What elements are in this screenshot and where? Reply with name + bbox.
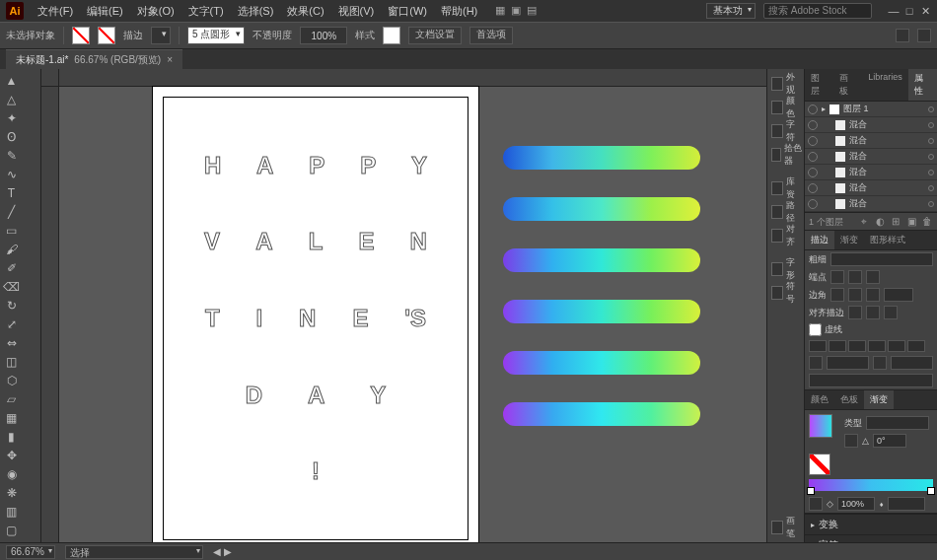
sublayer-row[interactable]: 混合 <box>805 133 937 149</box>
window-maximize[interactable]: □ <box>903 5 915 17</box>
gradient-tool[interactable]: ▮ <box>2 427 21 446</box>
visibility-icon[interactable] <box>808 120 818 130</box>
gradient-pill[interactable] <box>503 300 700 323</box>
gradient-slider[interactable] <box>809 479 933 491</box>
menu-window[interactable]: 窗口(W) <box>382 2 433 21</box>
arrange-icon[interactable]: ▣ <box>511 4 525 18</box>
gpu-icon[interactable]: ▤ <box>527 4 541 18</box>
corner-miter-icon[interactable] <box>830 288 844 302</box>
arrow-start-icon[interactable] <box>809 356 823 370</box>
character-panel-collapsed[interactable]: 字符 <box>805 534 937 542</box>
brush-definition-select[interactable]: 5 点圆形 <box>187 27 245 44</box>
sublayer-row[interactable]: 混合 <box>805 196 937 212</box>
menu-object[interactable]: 对象(O) <box>131 2 180 21</box>
tab-libraries[interactable]: Libraries <box>862 69 908 101</box>
eraser-tool[interactable]: ⌫ <box>2 277 21 296</box>
pen-tool[interactable]: ✎ <box>2 146 21 165</box>
align-outside-icon[interactable] <box>884 306 898 319</box>
window-minimize[interactable]: — <box>888 5 900 17</box>
arrow-start-select[interactable] <box>827 356 869 370</box>
status-nav-icon[interactable]: ◀ ▶ <box>213 546 232 557</box>
column-graph-tool[interactable]: ▥ <box>2 502 21 521</box>
paintbrush-tool[interactable]: 🖌 <box>2 240 21 258</box>
line-tool[interactable]: ╱ <box>2 202 21 221</box>
gradient-type-select[interactable] <box>866 416 929 430</box>
menu-help[interactable]: 帮助(H) <box>435 2 483 21</box>
tab-properties[interactable]: 属性 <box>908 69 937 101</box>
tab-artboards[interactable]: 画板 <box>833 69 862 101</box>
gradient-stop-none[interactable] <box>809 454 830 475</box>
mesh-tool[interactable]: ▦ <box>2 408 21 427</box>
arrow-end-select[interactable] <box>891 356 933 370</box>
transform-icon[interactable] <box>917 29 931 42</box>
tab-gradient[interactable]: 渐变 <box>834 231 864 249</box>
horizontal-ruler[interactable] <box>59 69 766 87</box>
new-layer-icon[interactable]: ▣ <box>905 216 917 228</box>
stop-location-field[interactable] <box>888 497 925 511</box>
gradient-pill[interactable] <box>503 248 700 272</box>
type-tool[interactable]: T <box>2 183 21 202</box>
dock-color-picker[interactable]: 拾色器 <box>769 144 802 166</box>
tab-layers[interactable]: 图层 <box>805 69 833 101</box>
menu-edit[interactable]: 编辑(E) <box>81 2 129 21</box>
visibility-icon[interactable] <box>808 199 818 209</box>
align-inside-icon[interactable] <box>866 306 880 319</box>
cap-round-icon[interactable] <box>848 270 862 284</box>
sublayer-row[interactable]: 混合 <box>805 117 937 133</box>
cap-butt-icon[interactable] <box>830 270 844 284</box>
shaper-tool[interactable]: ✐ <box>2 258 21 277</box>
search-input[interactable]: 搜索 Adobe Stock <box>763 3 872 19</box>
gradient-pill[interactable] <box>503 351 700 375</box>
visibility-icon[interactable] <box>808 183 818 193</box>
stroke-weight-field[interactable] <box>830 252 933 266</box>
lasso-tool[interactable]: ʘ <box>2 127 21 146</box>
rectangle-tool[interactable]: ▭ <box>2 221 21 240</box>
dock-align[interactable]: 对齐 <box>769 225 802 246</box>
direct-selection-tool[interactable]: △ <box>2 90 21 108</box>
stop-opacity-field[interactable]: 100% <box>837 497 875 511</box>
sublayer-row[interactable]: 混合 <box>805 149 937 165</box>
artboard[interactable]: HAPPY VALEN TINE'S DAY ! <box>153 87 478 542</box>
menu-select[interactable]: 选择(S) <box>232 2 280 21</box>
fill-swatch[interactable] <box>72 27 90 44</box>
gradient-preview-swatch[interactable] <box>809 414 832 438</box>
dock-glyphs[interactable]: 字形 <box>769 258 802 280</box>
tab-close-icon[interactable]: × <box>167 54 173 65</box>
bridge-icon[interactable]: ▦ <box>495 4 509 18</box>
align-icon[interactable] <box>896 29 909 42</box>
dock-color[interactable]: 颜色 <box>769 97 802 118</box>
menu-file[interactable]: 文件(F) <box>32 2 79 21</box>
dock-brushes[interactable]: 画笔 <box>769 517 802 538</box>
miter-limit-field[interactable] <box>884 288 913 302</box>
align-center-icon[interactable] <box>848 306 862 319</box>
sublayer-row[interactable]: 混合 <box>805 165 937 180</box>
ruler-origin[interactable] <box>41 69 59 87</box>
document-setup-button[interactable]: 文档设置 <box>408 27 462 44</box>
swap-arrows-icon[interactable] <box>873 356 887 370</box>
dock-libraries[interactable]: 库资 <box>769 177 802 199</box>
window-close[interactable]: ✕ <box>919 5 931 17</box>
locate-icon[interactable]: ⌖ <box>858 216 870 228</box>
dock-appearance[interactable]: 外观 <box>769 73 802 95</box>
transform-panel-collapsed[interactable]: 变换 <box>805 514 937 534</box>
curvature-tool[interactable]: ∿ <box>2 165 21 183</box>
target-icon[interactable] <box>928 122 934 128</box>
reverse-gradient-icon[interactable] <box>844 434 858 448</box>
width-tool[interactable]: ⇔ <box>2 333 21 352</box>
target-icon[interactable] <box>928 138 934 144</box>
corner-round-icon[interactable] <box>848 288 862 302</box>
gradient-angle-field[interactable]: 0° <box>873 434 906 448</box>
shape-builder-tool[interactable]: ⬡ <box>2 371 21 389</box>
delete-icon[interactable]: 🗑 <box>921 216 933 228</box>
status-zoom[interactable]: 66.67% <box>6 545 55 559</box>
layer-row[interactable]: ▸图层 1 <box>805 102 937 117</box>
stroke-swatch[interactable] <box>98 27 115 44</box>
rotate-tool[interactable]: ↻ <box>2 296 21 315</box>
perspective-tool[interactable]: ▱ <box>2 389 21 408</box>
cap-square-icon[interactable] <box>866 270 880 284</box>
tab-graphic-styles[interactable]: 图形样式 <box>864 231 911 249</box>
workspace-switcher[interactable]: 基本功▾ <box>706 3 756 19</box>
target-icon[interactable] <box>928 170 934 175</box>
menu-effect[interactable]: 效果(C) <box>281 2 329 21</box>
menu-type[interactable]: 文字(T) <box>182 2 230 21</box>
